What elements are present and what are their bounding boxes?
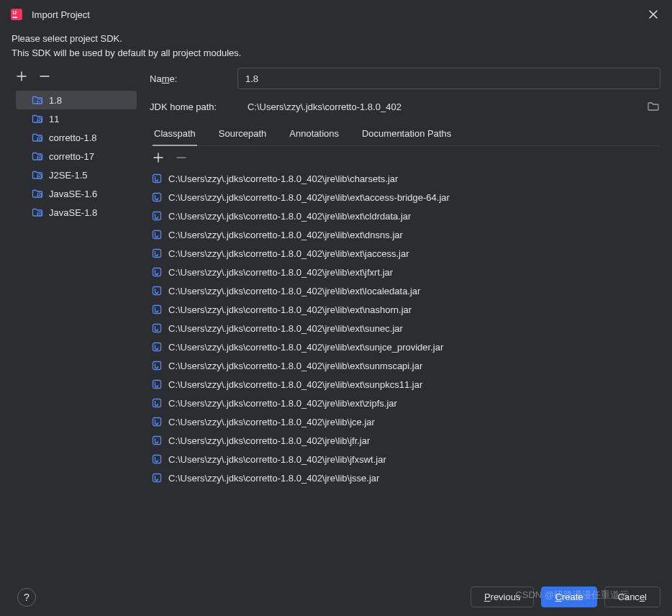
jar-icon	[151, 397, 163, 409]
sdk-item[interactable]: JavaSE-1.8	[16, 203, 137, 222]
sdk-folder-icon	[32, 94, 43, 106]
classpath-item-path: C:\Users\zzy\.jdks\corretto-1.8.0_402\jr…	[168, 473, 379, 484]
svg-rect-1	[12, 17, 17, 18]
classpath-item[interactable]: C:\Users\zzy\.jdks\corretto-1.8.0_402\jr…	[150, 263, 656, 281]
sdk-folder-icon	[32, 113, 43, 124]
name-label: Name:	[150, 73, 229, 84]
app-icon: IJ	[10, 8, 23, 21]
path-label: JDK home path:	[150, 101, 236, 112]
classpath-toolbar	[150, 146, 660, 169]
jar-icon	[151, 229, 163, 240]
cancel-button[interactable]: Cancel	[604, 586, 660, 607]
sdk-panel: 1.811corretto-1.8corretto-17J2SE-1.5Java…	[12, 68, 141, 578]
add-classpath-button[interactable]	[151, 150, 165, 165]
name-row: Name:	[150, 68, 660, 89]
sdk-item[interactable]: corretto-17	[16, 147, 137, 166]
jar-icon	[151, 304, 163, 315]
classpath-item-path: C:\Users\zzy\.jdks\corretto-1.8.0_402\jr…	[168, 192, 450, 203]
button-bar: ? Previous Create Cancel	[0, 578, 672, 616]
svg-text:IJ: IJ	[12, 10, 17, 15]
classpath-item-path: C:\Users\zzy\.jdks\corretto-1.8.0_402\jr…	[168, 435, 370, 446]
jar-icon	[151, 379, 163, 390]
classpath-item-path: C:\Users\zzy\.jdks\corretto-1.8.0_402\jr…	[168, 417, 375, 427]
tab-sourcepath[interactable]: Sourcepath	[217, 124, 268, 145]
create-button[interactable]: Create	[541, 586, 596, 607]
sdk-item[interactable]: 1.8	[16, 91, 137, 109]
classpath-item-path: C:\Users\zzy\.jdks\corretto-1.8.0_402\jr…	[168, 342, 443, 353]
details-panel: Name: JDK home path: C:\Users\zzy\.jdks\…	[141, 68, 660, 578]
classpath-item-path: C:\Users\zzy\.jdks\corretto-1.8.0_402\jr…	[168, 398, 397, 409]
classpath-item-path: C:\Users\zzy\.jdks\corretto-1.8.0_402\jr…	[168, 230, 403, 240]
classpath-item[interactable]: C:\Users\zzy\.jdks\corretto-1.8.0_402\jr…	[150, 319, 656, 338]
sdk-folder-icon	[32, 207, 43, 218]
classpath-item[interactable]: C:\Users\zzy\.jdks\corretto-1.8.0_402\jr…	[150, 431, 656, 450]
jar-icon	[151, 453, 163, 465]
classpath-item[interactable]: C:\Users\zzy\.jdks\corretto-1.8.0_402\jr…	[150, 300, 656, 319]
sdk-folder-icon	[32, 150, 43, 162]
close-button[interactable]	[645, 6, 662, 23]
jar-icon	[151, 360, 163, 371]
classpath-item[interactable]: C:\Users\zzy\.jdks\corretto-1.8.0_402\jr…	[150, 468, 656, 487]
path-value: C:\Users\zzy\.jdks\corretto-1.8.0_402	[245, 101, 637, 112]
sdk-folder-icon	[32, 188, 43, 199]
tab-classpath[interactable]: Classpath	[153, 124, 197, 146]
sdk-item-label: 1.8	[49, 95, 62, 106]
classpath-item-path: C:\Users\zzy\.jdks\corretto-1.8.0_402\jr…	[168, 211, 411, 222]
import-project-window: IJ Import Project Please select project …	[0, 0, 672, 616]
jar-icon	[151, 191, 163, 203]
sdk-item[interactable]: JavaSE-1.6	[16, 184, 137, 203]
classpath-item-path: C:\Users\zzy\.jdks\corretto-1.8.0_402\jr…	[168, 267, 393, 278]
jar-icon	[151, 341, 163, 353]
classpath-item-path: C:\Users\zzy\.jdks\corretto-1.8.0_402\jr…	[168, 286, 420, 296]
sdk-list[interactable]: 1.811corretto-1.8corretto-17J2SE-1.5Java…	[12, 88, 141, 578]
window-title: Import Project	[32, 9, 645, 20]
previous-button[interactable]: Previous	[471, 586, 535, 607]
browse-path-button[interactable]	[646, 99, 660, 114]
description-line1: Please select project SDK.	[12, 32, 660, 46]
add-sdk-button[interactable]	[14, 69, 29, 83]
sdk-item-label: corretto-17	[49, 151, 94, 162]
jar-icon	[151, 210, 163, 222]
classpath-item[interactable]: C:\Users\zzy\.jdks\corretto-1.8.0_402\jr…	[150, 188, 656, 207]
classpath-item[interactable]: C:\Users\zzy\.jdks\corretto-1.8.0_402\jr…	[150, 225, 656, 244]
tab-annotations[interactable]: Annotations	[288, 124, 340, 145]
classpath-item[interactable]: C:\Users\zzy\.jdks\corretto-1.8.0_402\jr…	[150, 169, 656, 188]
classpath-item[interactable]: C:\Users\zzy\.jdks\corretto-1.8.0_402\jr…	[150, 338, 656, 356]
classpath-item-path: C:\Users\zzy\.jdks\corretto-1.8.0_402\jr…	[168, 361, 422, 371]
sdk-folder-icon	[32, 132, 43, 143]
sdk-item[interactable]: 11	[16, 109, 137, 128]
classpath-item-path: C:\Users\zzy\.jdks\corretto-1.8.0_402\jr…	[168, 379, 422, 390]
jar-icon	[151, 472, 163, 484]
sdk-item[interactable]: J2SE-1.5	[16, 166, 137, 184]
classpath-item-path: C:\Users\zzy\.jdks\corretto-1.8.0_402\jr…	[168, 248, 409, 259]
classpath-item[interactable]: C:\Users\zzy\.jdks\corretto-1.8.0_402\jr…	[150, 281, 656, 300]
classpath-item[interactable]: C:\Users\zzy\.jdks\corretto-1.8.0_402\jr…	[150, 412, 656, 431]
tab-documentation-paths[interactable]: Documentation Paths	[360, 124, 453, 145]
classpath-item[interactable]: C:\Users\zzy\.jdks\corretto-1.8.0_402\jr…	[150, 375, 656, 394]
classpath-list[interactable]: C:\Users\zzy\.jdks\corretto-1.8.0_402\jr…	[150, 169, 660, 578]
classpath-item[interactable]: C:\Users\zzy\.jdks\corretto-1.8.0_402\jr…	[150, 356, 656, 375]
content: 1.811corretto-1.8corretto-17J2SE-1.5Java…	[12, 68, 660, 578]
name-input[interactable]	[237, 68, 660, 89]
classpath-item-path: C:\Users\zzy\.jdks\corretto-1.8.0_402\jr…	[168, 454, 386, 465]
sdk-item[interactable]: corretto-1.8	[16, 128, 137, 147]
classpath-item[interactable]: C:\Users\zzy\.jdks\corretto-1.8.0_402\jr…	[150, 207, 656, 225]
jar-icon	[151, 435, 163, 446]
sdk-toolbar	[12, 68, 141, 88]
sdk-folder-icon	[32, 169, 43, 181]
sdk-item-label: corretto-1.8	[49, 132, 96, 143]
description: Please select project SDK. This SDK will…	[12, 29, 660, 62]
jar-icon	[151, 173, 163, 184]
classpath-item-path: C:\Users\zzy\.jdks\corretto-1.8.0_402\jr…	[168, 304, 412, 315]
tabs: ClasspathSourcepathAnnotationsDocumentat…	[150, 124, 660, 146]
classpath-item[interactable]: C:\Users\zzy\.jdks\corretto-1.8.0_402\jr…	[150, 394, 656, 412]
remove-sdk-button[interactable]	[37, 69, 52, 83]
sdk-item-label: JavaSE-1.6	[49, 189, 97, 199]
jar-icon	[151, 416, 163, 427]
classpath-item[interactable]: C:\Users\zzy\.jdks\corretto-1.8.0_402\jr…	[150, 244, 656, 263]
remove-classpath-button[interactable]	[174, 150, 189, 165]
classpath-item[interactable]: C:\Users\zzy\.jdks\corretto-1.8.0_402\jr…	[150, 450, 656, 468]
help-button[interactable]: ?	[17, 588, 36, 607]
jar-icon	[151, 248, 163, 259]
jar-icon	[151, 285, 163, 296]
